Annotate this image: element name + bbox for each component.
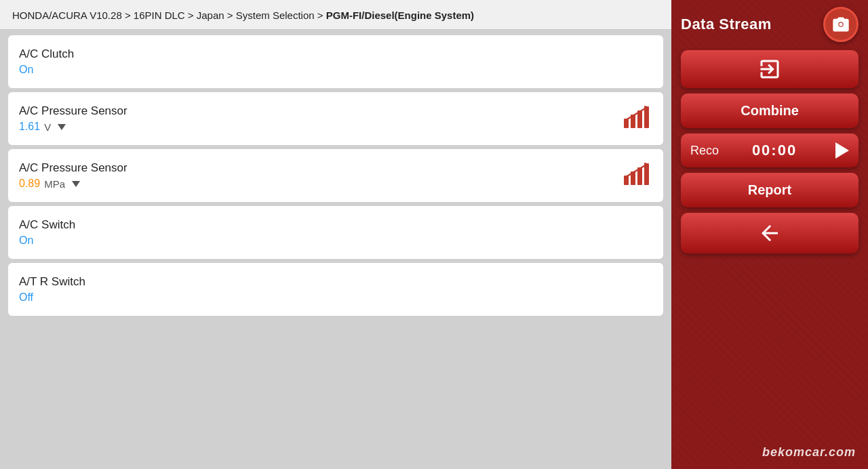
row-left: A/C Clutch On xyxy=(19,47,74,76)
left-panel: HONDA/ACURA V10.28 > 16PIN DLC > Japan >… xyxy=(0,0,671,469)
row-label: A/C Switch xyxy=(19,218,75,232)
row-left: A/T R Switch Off xyxy=(19,275,85,304)
record-button[interactable]: Reco 00:00 xyxy=(681,134,859,167)
row-unit: MPa xyxy=(44,178,65,190)
row-value: On xyxy=(19,234,33,247)
exit-icon xyxy=(757,57,782,81)
camera-button[interactable] xyxy=(823,7,859,42)
header-row: Data Stream xyxy=(681,7,859,45)
row-value: 1.61 xyxy=(19,121,40,133)
report-button[interactable]: Report xyxy=(681,173,859,207)
data-stream-title: Data Stream xyxy=(681,16,772,33)
record-timer: 00:00 xyxy=(752,142,797,159)
table-row: A/C Switch On xyxy=(8,206,663,259)
table-row: A/C Clutch On xyxy=(8,35,663,88)
data-list: A/C Clutch On A/C Pressure Sensor 1.61 V xyxy=(0,30,671,469)
breadcrumb: HONDA/ACURA V10.28 > 16PIN DLC > Japan >… xyxy=(0,0,671,30)
combine-button[interactable]: Combine xyxy=(681,94,859,128)
row-label: A/C Clutch xyxy=(19,47,74,61)
table-row: A/T R Switch Off xyxy=(8,263,663,316)
row-left: A/C Pressure Sensor 1.61 V xyxy=(19,104,127,133)
row-label: A/T R Switch xyxy=(19,275,85,289)
back-exit-button[interactable] xyxy=(681,50,859,88)
row-label: A/C Pressure Sensor xyxy=(19,104,127,118)
right-panel: Data Stream Combine Reco 00:00 Report be… xyxy=(671,0,868,469)
chart-icon[interactable] xyxy=(623,105,652,132)
record-label: Reco xyxy=(690,144,719,158)
breadcrumb-current: PGM-FI/Diesel(Engine System) xyxy=(326,9,474,21)
row-left: A/C Switch On xyxy=(19,218,75,247)
row-value: On xyxy=(19,64,33,76)
table-row: A/C Pressure Sensor 1.61 V xyxy=(8,92,663,145)
back-arrow-icon xyxy=(757,221,782,245)
chart-icon[interactable] xyxy=(623,162,652,189)
row-label: A/C Pressure Sensor xyxy=(19,161,127,175)
breadcrumb-path: HONDA/ACURA V10.28 > 16PIN DLC > Japan >… xyxy=(12,9,326,21)
row-value: Off xyxy=(19,291,33,304)
row-value: 0.89 xyxy=(19,178,40,190)
report-label: Report xyxy=(748,182,791,198)
play-icon xyxy=(835,142,849,159)
row-left: A/C Pressure Sensor 0.89 MPa xyxy=(19,161,127,190)
dropdown-arrow-icon[interactable] xyxy=(58,124,66,130)
camera-icon xyxy=(831,15,850,34)
table-row: A/C Pressure Sensor 0.89 MPa xyxy=(8,149,663,202)
back-arrow-button[interactable] xyxy=(681,213,859,253)
branding: bekomcar.com xyxy=(762,445,856,460)
row-unit: V xyxy=(44,121,51,133)
dropdown-arrow-icon[interactable] xyxy=(72,181,80,187)
combine-label: Combine xyxy=(741,103,799,119)
